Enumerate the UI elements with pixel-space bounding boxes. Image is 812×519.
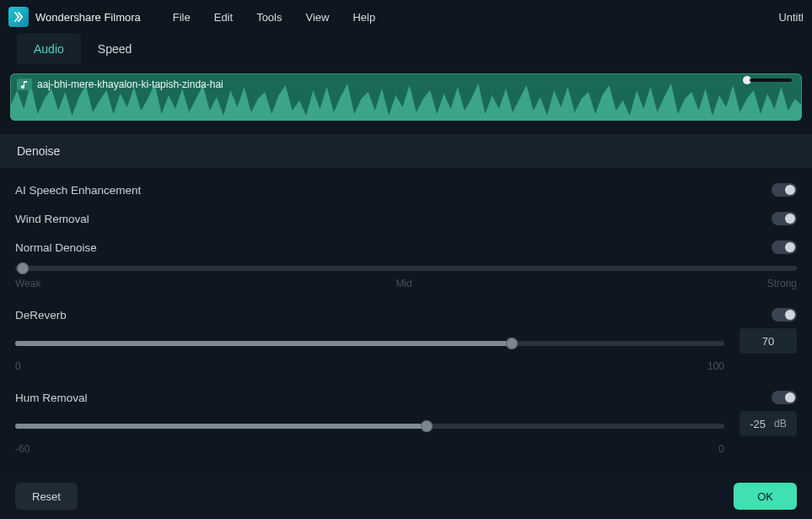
normal-denoise-toggle[interactable] bbox=[772, 241, 797, 254]
dereverb-label: DeReverb bbox=[15, 309, 67, 322]
row-dereverb: DeReverb bbox=[10, 289, 802, 322]
normal-denoise-label: Normal Denoise bbox=[15, 241, 97, 254]
dereverb-value[interactable]: 70 bbox=[739, 328, 797, 354]
clip-label: aaj-bhi-mere-khayalon-ki-tapish-zinda-ha… bbox=[17, 78, 223, 90]
dereverb-scale-max: 100 bbox=[707, 360, 724, 372]
hum-scale-max: 0 bbox=[718, 443, 724, 455]
menu-help[interactable]: Help bbox=[352, 11, 375, 24]
dereverb-scale: 0 100 bbox=[15, 354, 797, 372]
menu-edit[interactable]: Edit bbox=[214, 11, 233, 24]
normal-denoise-slider[interactable] bbox=[15, 266, 797, 271]
row-wind-removal: Wind Removal bbox=[10, 197, 802, 225]
dereverb-slider-wrap: 70 0 100 bbox=[10, 322, 802, 372]
panel-area: aaj-bhi-mere-khayalon-ki-tapish-zinda-ha… bbox=[0, 65, 812, 463]
row-ai-speech: AI Speech Enhancement bbox=[10, 168, 802, 197]
menubar: Wondershare Filmora File Edit Tools View… bbox=[0, 0, 812, 34]
normal-denoise-slider-wrap: Weak Mid Strong bbox=[10, 254, 802, 289]
ai-speech-toggle[interactable] bbox=[772, 183, 797, 197]
audio-file-icon bbox=[17, 78, 32, 90]
hum-removal-slider-wrap: -25dB -60 0 bbox=[10, 404, 802, 455]
hum-removal-value[interactable]: -25dB bbox=[739, 411, 797, 436]
menu-file[interactable]: File bbox=[173, 11, 191, 24]
section-denoise-header: Denoise bbox=[0, 134, 812, 168]
footer: Reset OK bbox=[0, 473, 812, 519]
wind-removal-toggle[interactable] bbox=[772, 212, 797, 225]
ai-speech-label: AI Speech Enhancement bbox=[15, 184, 141, 197]
wind-removal-label: Wind Removal bbox=[15, 213, 89, 225]
tabbar: Audio Speed bbox=[0, 34, 812, 65]
hum-removal-slider[interactable] bbox=[15, 424, 724, 429]
dereverb-slider[interactable] bbox=[15, 341, 724, 346]
document-title: Untitl bbox=[778, 11, 804, 24]
hum-removal-toggle[interactable] bbox=[772, 391, 797, 404]
menu-tools[interactable]: Tools bbox=[256, 11, 282, 24]
row-normal-denoise: Normal Denoise bbox=[10, 225, 802, 254]
menu-view[interactable]: View bbox=[305, 11, 329, 24]
menu-items: File Edit Tools View Help bbox=[173, 11, 375, 24]
app-name: Wondershare Filmora bbox=[35, 11, 141, 24]
audio-clip-strip[interactable]: aaj-bhi-mere-khayalon-ki-tapish-zinda-ha… bbox=[10, 73, 802, 121]
tab-speed[interactable]: Speed bbox=[81, 34, 148, 64]
scale-mid: Mid bbox=[395, 278, 411, 289]
row-hum-removal: Hum Removal bbox=[10, 372, 802, 404]
ok-button[interactable]: OK bbox=[734, 483, 797, 510]
normal-denoise-scale: Weak Mid Strong bbox=[15, 271, 797, 289]
hum-removal-label: Hum Removal bbox=[15, 392, 88, 404]
reset-button[interactable]: Reset bbox=[15, 483, 78, 510]
dereverb-scale-min: 0 bbox=[15, 360, 21, 372]
app-logo-icon bbox=[8, 7, 29, 27]
hum-scale-min: -60 bbox=[15, 443, 30, 455]
dereverb-toggle[interactable] bbox=[772, 308, 797, 322]
tab-audio[interactable]: Audio bbox=[17, 34, 81, 64]
clip-filename: aaj-bhi-mere-khayalon-ki-tapish-zinda-ha… bbox=[37, 78, 223, 90]
hum-removal-scale: -60 0 bbox=[15, 436, 797, 455]
scale-weak: Weak bbox=[15, 278, 40, 289]
clip-end-handle[interactable] bbox=[743, 77, 792, 84]
scale-strong: Strong bbox=[767, 278, 797, 289]
